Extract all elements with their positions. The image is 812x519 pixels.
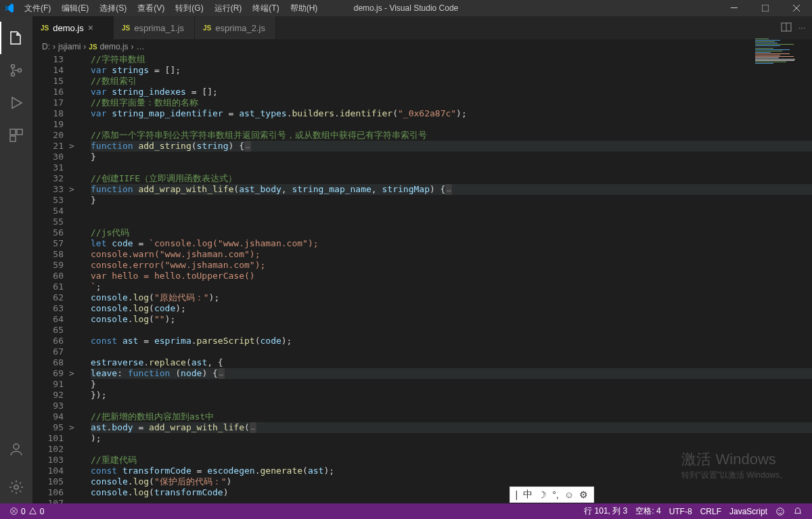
code-editor[interactable]: 1314151617181920213031323353545556575859… — [32, 54, 812, 503]
svg-rect-1 — [762, 5, 769, 12]
status-ln-col[interactable]: 行 101, 列 3 — [580, 505, 631, 517]
svg-rect-5 — [10, 129, 16, 135]
js-file-icon: JS — [203, 24, 211, 32]
menu-item[interactable]: 查看(V) — [132, 0, 170, 16]
editor-tab[interactable]: JSesprima_1.js — [114, 16, 195, 39]
status-eol[interactable]: CRLF — [696, 505, 725, 517]
svg-point-8 — [14, 444, 19, 449]
activity-bar — [0, 16, 32, 503]
js-file-icon: JS — [122, 24, 130, 32]
menu-item[interactable]: 运行(R) — [209, 0, 248, 16]
settings-gear-icon[interactable] — [0, 471, 32, 503]
status-bar: 0 0 行 101, 列 3 空格: 4 UTF-8 CRLF JavaScri… — [0, 503, 812, 519]
js-file-icon: JS — [41, 24, 49, 32]
menubar: 文件(F)编辑(E)选择(S)查看(V)转到(G)运行(R)终端(T)帮助(H) — [19, 0, 323, 16]
run-debug-icon[interactable] — [0, 87, 32, 119]
close-tab-icon[interactable]: × — [88, 22, 93, 33]
explorer-icon[interactable] — [0, 22, 32, 54]
split-editor-icon[interactable] — [781, 22, 792, 35]
js-file-icon: JS — [89, 43, 97, 51]
menu-item[interactable]: 帮助(H) — [285, 0, 323, 16]
tab-label: esprima_1.js — [134, 23, 184, 33]
svg-point-2 — [12, 65, 15, 68]
svg-point-9 — [14, 485, 18, 489]
ime-symbol-icon[interactable]: °, — [552, 489, 559, 500]
minimize-button[interactable] — [719, 0, 750, 16]
status-feedback-icon[interactable] — [771, 505, 789, 517]
maximize-button[interactable] — [750, 0, 781, 16]
status-language[interactable]: JavaScript — [725, 505, 771, 517]
vscode-logo-icon — [0, 3, 19, 14]
svg-point-14 — [779, 510, 780, 510]
close-button[interactable] — [781, 0, 812, 16]
breadcrumb-seg[interactable]: D: — [42, 42, 50, 51]
status-errors[interactable]: 0 0 — [5, 507, 48, 516]
svg-point-13 — [777, 507, 784, 515]
svg-point-3 — [12, 73, 15, 76]
menu-item[interactable]: 终端(T) — [247, 0, 284, 16]
tab-bar: JSdemo.js×JSesprima_1.jsJSesprima_2.js ·… — [32, 16, 812, 39]
ime-moon-icon[interactable]: ☽ — [538, 489, 547, 500]
breadcrumb-seg[interactable]: jsjiami — [58, 42, 81, 51]
breadcrumb[interactable]: D: › jsjiami › JS demo.js › … — [32, 39, 812, 54]
menu-item[interactable]: 编辑(E) — [56, 0, 94, 16]
ime-face-icon[interactable]: ☺ — [564, 489, 574, 500]
svg-point-15 — [781, 510, 782, 510]
status-bell-icon[interactable] — [789, 505, 807, 517]
ime-settings-icon[interactable]: ⚙ — [579, 489, 588, 500]
ime-language[interactable]: 中 — [523, 489, 533, 501]
menu-item[interactable]: 转到(G) — [170, 0, 208, 16]
breadcrumb-seg[interactable]: … — [137, 42, 145, 51]
menu-item[interactable]: 文件(F) — [19, 0, 56, 16]
account-icon[interactable] — [0, 433, 32, 466]
more-actions-icon[interactable]: ··· — [798, 23, 805, 32]
breadcrumb-seg[interactable]: demo.js — [100, 42, 129, 51]
menu-item[interactable]: 选择(S) — [94, 0, 132, 16]
tab-label: demo.js — [53, 23, 84, 33]
source-control-icon[interactable] — [0, 54, 32, 87]
status-spaces[interactable]: 空格: 4 — [631, 505, 664, 517]
editor-tab[interactable]: JSdemo.js× — [32, 16, 114, 39]
status-encoding[interactable]: UTF-8 — [665, 505, 696, 517]
editor-tab[interactable]: JSesprima_2.js — [195, 16, 276, 39]
windows-activation-watermark: 激活 Windows 转到"设置"以激活 Windows。 — [681, 449, 788, 481]
ime-toolbar[interactable]: | 中 ☽ °, ☺ ⚙ — [510, 487, 594, 503]
window-title: demo.js - Visual Studio Code — [354, 3, 459, 13]
extensions-icon[interactable] — [0, 119, 32, 152]
svg-point-4 — [18, 69, 22, 72]
svg-rect-0 — [731, 7, 738, 8]
titlebar: 文件(F)编辑(E)选择(S)查看(V)转到(G)运行(R)终端(T)帮助(H)… — [0, 0, 812, 16]
tab-label: esprima_2.js — [215, 23, 265, 33]
svg-rect-7 — [10, 136, 16, 141]
ime-separator-icon: | — [516, 489, 518, 500]
svg-rect-6 — [17, 129, 22, 135]
